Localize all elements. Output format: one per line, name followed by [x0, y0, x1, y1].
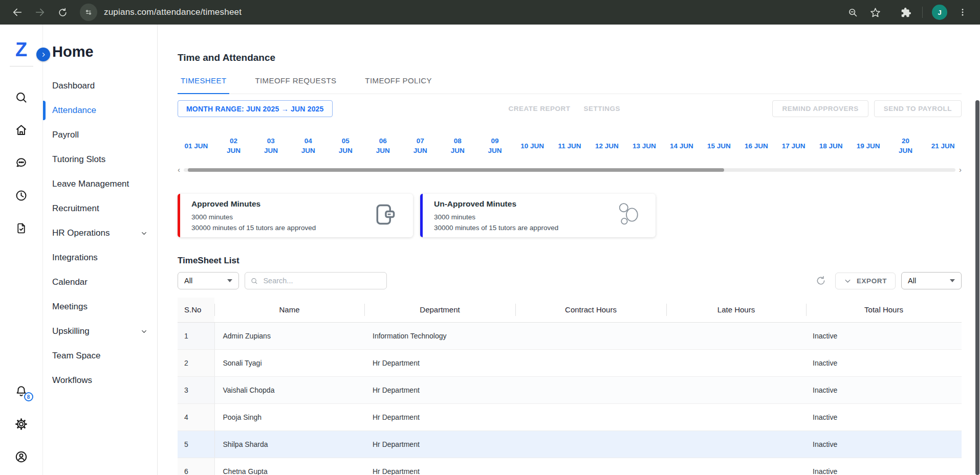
date-cell-03-jun[interactable]: 03JUN: [252, 134, 290, 157]
department-filter-select[interactable]: All: [178, 272, 239, 289]
sidebar-item-meetings[interactable]: Meetings: [43, 295, 157, 319]
sidebar-item-tutoring-slots[interactable]: Tutoring Slots: [43, 147, 157, 172]
sidebar-item-attendance[interactable]: Attendance: [43, 98, 157, 123]
list-controls: All EXPORT All: [178, 272, 962, 289]
reload-icon[interactable]: [52, 2, 73, 22]
tab-timeoff-requests[interactable]: TIMEOFF REQUESTS: [252, 76, 339, 94]
brand-logo[interactable]: Z: [15, 40, 27, 59]
sidebar-item-calendar[interactable]: Calendar: [43, 270, 157, 295]
settings-button[interactable]: SETTINGS: [584, 105, 621, 112]
table-row[interactable]: 4Pooja SinghHr DepartmentInactive: [178, 403, 962, 431]
status-filter-select[interactable]: All: [901, 272, 962, 289]
search-icon[interactable]: [9, 81, 34, 114]
settings-icon[interactable]: [9, 408, 34, 440]
date-cell-20-jun[interactable]: 20JUN: [887, 134, 924, 157]
sidebar-item-label: Team Space: [52, 351, 101, 361]
date-cell-02-jun[interactable]: 02JUN: [215, 134, 252, 157]
cell-late: [666, 322, 806, 349]
export-button[interactable]: EXPORT: [835, 273, 896, 289]
tab-timesheet[interactable]: TIMESHEET: [178, 76, 229, 94]
sidebar-item-dashboard[interactable]: Dashboard: [43, 74, 157, 98]
date-cell-08-jun[interactable]: 08JUN: [439, 134, 476, 157]
cell-sno: 2: [178, 349, 214, 376]
date-cell-13-jun[interactable]: 13 JUN: [625, 134, 663, 157]
date-cell-04-jun[interactable]: 04JUN: [290, 134, 327, 157]
date-cell-15-jun[interactable]: 15 JUN: [700, 134, 737, 157]
account-icon[interactable]: [9, 440, 34, 473]
date-cell-14-jun[interactable]: 14 JUN: [663, 134, 700, 157]
scroll-right-icon[interactable]: ›: [959, 167, 962, 172]
bell-icon[interactable]: 8: [9, 375, 34, 408]
column-header-late-hours: Late Hours: [666, 298, 806, 322]
forward-icon[interactable]: [30, 2, 50, 22]
department-filter-value: All: [184, 277, 192, 285]
sidebar-item-leave-management[interactable]: Leave Management: [43, 172, 157, 196]
sidebar-item-payroll[interactable]: Payroll: [43, 123, 157, 147]
timesheet-table: S.NoNameDepartmentContract HoursLate Hou…: [178, 298, 962, 475]
url-text[interactable]: zupians.com/attendance/timesheet: [104, 7, 242, 17]
back-icon[interactable]: [7, 2, 28, 22]
table-row[interactable]: 2Sonali TyagiHr DepartmentInactive: [178, 349, 962, 376]
site-info-icon[interactable]: [80, 4, 97, 21]
date-cell-06-jun[interactable]: 06JUN: [364, 134, 402, 157]
date-cell-17-jun[interactable]: 17 JUN: [775, 134, 812, 157]
tasks-icon[interactable]: [9, 212, 34, 244]
cell-contract: [515, 403, 666, 431]
create-report-button[interactable]: CREATE REPORT: [509, 105, 571, 112]
cell-dept: Hr Department: [364, 431, 515, 458]
address-bar[interactable]: zupians.com/attendance/timesheet: [80, 4, 242, 21]
date-cell-16-jun[interactable]: 16 JUN: [737, 134, 775, 157]
date-cell-19-jun[interactable]: 19 JUN: [850, 134, 887, 157]
date-cell-18-jun[interactable]: 18 JUN: [812, 134, 850, 157]
send-to-payroll-button[interactable]: SEND TO PAYROLL: [874, 100, 962, 117]
browser-chrome: zupians.com/attendance/timesheet J: [0, 0, 980, 25]
cell-total: Inactive: [806, 403, 962, 431]
sidebar-item-label: Attendance: [52, 105, 96, 116]
sidebar-item-integrations[interactable]: Integrations: [43, 245, 157, 270]
sidebar-item-recruitment[interactable]: Recruitment: [43, 196, 157, 221]
date-cell-21-jun[interactable]: 21 JUN: [924, 134, 962, 157]
chat-icon[interactable]: [9, 146, 34, 179]
page-scrollbar-thumb[interactable]: [975, 100, 979, 475]
home-icon[interactable]: [9, 114, 34, 146]
date-cell-12-jun[interactable]: 12 JUN: [588, 134, 625, 157]
sidebar-item-team-space[interactable]: Team Space: [43, 344, 157, 368]
date-cell-10-jun[interactable]: 10 JUN: [514, 134, 551, 157]
sidebar-item-label: Recruitment: [52, 203, 99, 214]
table-row[interactable]: 3Vaishali ChopdaHr DepartmentInactive: [178, 376, 962, 403]
sidebar-item-workflows[interactable]: Workflows: [43, 368, 157, 393]
table-row[interactable]: 5Shilpa ShardaHr DepartmentInactive: [178, 431, 962, 458]
scroll-left-icon[interactable]: ‹: [178, 167, 180, 172]
sidebar-menu: Home DashboardAttendancePayrollTutoring …: [43, 25, 158, 475]
page-title: Time and Attendance: [178, 52, 962, 63]
date-cell-09-jun[interactable]: 09JUN: [476, 134, 514, 157]
date-cell-07-jun[interactable]: 07JUN: [402, 134, 439, 157]
cell-contract: [515, 349, 666, 376]
bookmark-star-icon[interactable]: [865, 2, 885, 22]
find-icon[interactable]: [842, 2, 863, 22]
status-filter-value: All: [908, 277, 916, 285]
chevron-down-icon: [844, 277, 852, 285]
cell-late: [666, 376, 806, 403]
date-cell-11-jun[interactable]: 11 JUN: [551, 134, 589, 157]
profile-avatar[interactable]: J: [932, 5, 947, 20]
remind-approvers-button[interactable]: REMIND APPROVERS: [772, 100, 868, 117]
refresh-icon[interactable]: [815, 275, 826, 286]
sidebar-item-upskilling[interactable]: Upskilling: [43, 319, 157, 344]
page-scrollbar[interactable]: [975, 25, 980, 475]
menu-kebab-icon[interactable]: [952, 2, 973, 22]
scrollbar-thumb[interactable]: [188, 168, 724, 172]
table-row[interactable]: 1Admin ZupiansInformation TechnologyInac…: [178, 322, 962, 349]
search-input[interactable]: [262, 276, 381, 285]
column-header-s-no: S.No: [178, 298, 214, 322]
month-range-button[interactable]: MONTH RANGE: JUN 2025 → JUN 2025: [178, 100, 333, 117]
scrollbar-track[interactable]: [184, 168, 955, 172]
date-cell-01-jun[interactable]: 01 JUN: [178, 134, 215, 157]
sidebar-collapse-toggle[interactable]: [36, 48, 50, 61]
tab-timeoff-policy[interactable]: TIMEOFF POLICY: [362, 76, 435, 94]
table-row[interactable]: 6Chetna GuptaHr DepartmentInactive: [178, 458, 962, 475]
date-cell-05-jun[interactable]: 05JUN: [327, 134, 364, 157]
clock-icon[interactable]: [9, 179, 34, 212]
extensions-icon[interactable]: [896, 2, 916, 22]
sidebar-item-hr-operations[interactable]: HR Operations: [43, 221, 157, 245]
